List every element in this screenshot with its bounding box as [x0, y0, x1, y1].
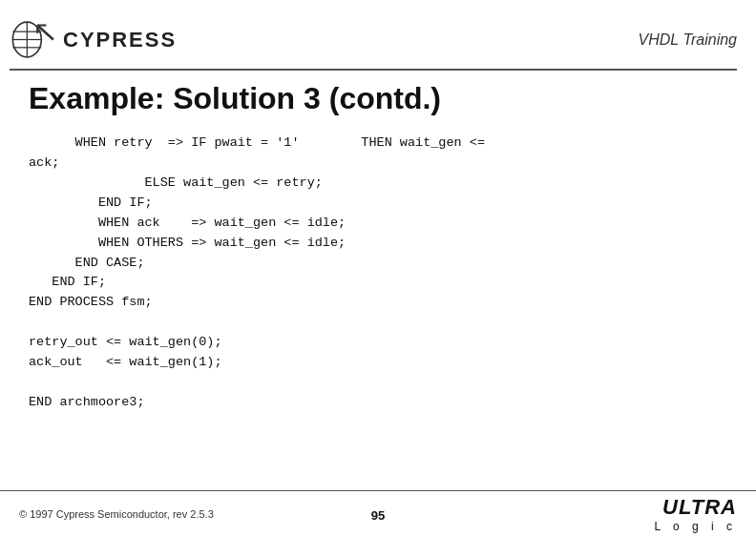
logic-text: L o g i c: [654, 520, 737, 533]
ultra-text: ULTRA: [662, 495, 737, 520]
footer-copyright: © 1997 Cypress Semiconductor, rev 2.5.3: [19, 508, 214, 520]
header-divider: [10, 69, 737, 71]
logo-area: CYPRESS: [10, 13, 177, 66]
code-block: WHEN retry => IF pwait = '1' THEN wait_g…: [29, 134, 727, 413]
logo-text: CYPRESS: [63, 28, 177, 52]
ultra-logic-logo: ULTRA L o g i c: [654, 495, 737, 533]
header-title: VHDL Training: [639, 31, 737, 49]
header: CYPRESS VHDL Training: [0, 0, 756, 72]
footer: © 1997 Cypress Semiconductor, rev 2.5.3 …: [0, 490, 756, 536]
cypress-logo-icon: [10, 13, 57, 66]
footer-page-number: 95: [371, 508, 385, 523]
page-title: Example: Solution 3 (contd.): [29, 81, 727, 116]
main-content: Example: Solution 3 (contd.) WHEN retry …: [0, 72, 756, 413]
